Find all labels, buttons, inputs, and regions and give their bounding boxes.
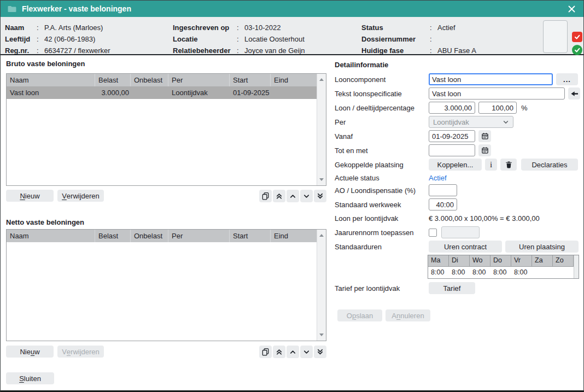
- cell-naam: Vast loon: [7, 86, 95, 99]
- day-header: Za: [532, 255, 553, 267]
- day-hours[interactable]: [553, 267, 574, 278]
- tot-en-met-calendar-icon[interactable]: [478, 144, 491, 156]
- trash-icon[interactable]: [500, 159, 517, 171]
- jaarurennorm-checkbox[interactable]: [429, 229, 437, 237]
- loon-input[interactable]: [429, 102, 475, 114]
- netto-row-tools: [259, 346, 326, 358]
- move-bottom-icon[interactable]: [314, 190, 326, 202]
- copy-icon[interactable]: [259, 190, 272, 202]
- annuleren-button[interactable]: Annuleren: [386, 309, 430, 321]
- day-hours[interactable]: 8:00: [490, 267, 511, 278]
- vanaf-row: Vanaf: [335, 130, 491, 142]
- move-top-icon[interactable]: [273, 190, 285, 202]
- day-header: Di: [449, 255, 470, 267]
- photo-placeholder[interactable]: [543, 20, 568, 53]
- column-header-start[interactable]: Start: [230, 74, 271, 86]
- colon: :: [237, 46, 244, 55]
- scroll-down-icon[interactable]: [319, 178, 324, 181]
- tekst-loonspecificatie-row: Tekst loonspecificatie: [335, 87, 580, 100]
- move-bottom-icon[interactable]: [314, 346, 326, 358]
- uren-contract-button[interactable]: Uren contract: [429, 241, 502, 253]
- column-header-naam[interactable]: Naam: [7, 230, 95, 242]
- column-header-start[interactable]: Start: [230, 230, 271, 242]
- tekst-loonspecificatie-input[interactable]: [429, 87, 565, 100]
- ao-loondispensatie-input[interactable]: [429, 184, 457, 196]
- day-hours[interactable]: 8:00: [449, 267, 470, 278]
- day-hours[interactable]: 8:00: [470, 267, 490, 278]
- netto-table-scrollbar[interactable]: [317, 230, 326, 341]
- actuele-status-label: Actuele status: [335, 174, 429, 182]
- column-header-per[interactable]: Per: [168, 230, 230, 242]
- looncomponent-input[interactable]: [429, 73, 553, 85]
- close-icon[interactable]: [566, 3, 577, 14]
- day-hours[interactable]: 8:00: [511, 267, 532, 278]
- percent-suffix: %: [521, 104, 528, 112]
- jaarurennorm-input[interactable]: [441, 226, 480, 238]
- loon-deeltijd-label: Loon / deeltijdpercentage: [335, 104, 429, 112]
- bruto-table-scrollbar[interactable]: [317, 74, 326, 185]
- move-top-icon[interactable]: [273, 346, 285, 358]
- per-row: Per Loontijdvak: [335, 116, 513, 128]
- scroll-down-icon[interactable]: [319, 334, 324, 336]
- day-header: Wo: [470, 255, 490, 267]
- revert-arrow-left-icon[interactable]: [568, 87, 580, 100]
- standaard-werkweek-input[interactable]: [429, 198, 457, 210]
- column-header-onbelast[interactable]: Onbelast: [131, 74, 168, 86]
- status-value: Actief: [437, 24, 476, 32]
- vanaf-input[interactable]: [429, 130, 475, 142]
- column-header-belast[interactable]: Belast: [95, 230, 131, 242]
- bruto-nieuw-button[interactable]: Nieuw: [6, 190, 54, 202]
- colon: :: [430, 35, 437, 43]
- copy-icon[interactable]: [259, 346, 272, 358]
- naam-value: P.A. Arts (Marloes): [44, 24, 110, 32]
- column-header-eind[interactable]: Eind: [271, 74, 317, 86]
- move-down-icon[interactable]: [300, 190, 313, 202]
- tarief-button[interactable]: Tarief: [429, 282, 475, 294]
- deeltijdpercentage-input[interactable]: [478, 102, 517, 114]
- info-icon[interactable]: i: [485, 159, 497, 171]
- leeftijd-value: 42 (06-06-1983): [44, 35, 110, 43]
- field-label: Naam: [5, 24, 37, 32]
- gekoppelde-plaatsing-label: Gekoppelde plaatsing: [335, 161, 429, 169]
- column-header-per[interactable]: Per: [168, 74, 230, 86]
- flexwerker-window: Flexwerker - vaste beloningen Naam:P.A. …: [0, 0, 584, 392]
- locatie-value: Locatie Oosterhout: [244, 35, 305, 43]
- tot-en-met-input[interactable]: [429, 144, 475, 156]
- move-up-icon[interactable]: [287, 346, 299, 358]
- red-check-icon[interactable]: [572, 32, 582, 42]
- vanaf-calendar-icon[interactable]: [478, 130, 491, 142]
- netto-table-header: Naam Belast Onbelast Per Start Eind: [7, 230, 326, 242]
- huidige-fase-value: ABU Fase A: [437, 46, 476, 55]
- colon: :: [237, 35, 244, 43]
- column-header-belast[interactable]: Belast: [95, 74, 131, 86]
- scroll-up-icon[interactable]: [319, 234, 324, 237]
- actuele-status-row: Actuele status Actief: [335, 173, 447, 182]
- netto-nieuw-button[interactable]: Nieuw: [6, 346, 54, 358]
- column-header-eind[interactable]: Eind: [271, 230, 317, 242]
- cell-eind: [271, 86, 317, 99]
- day-hours[interactable]: [532, 267, 553, 278]
- move-up-icon[interactable]: [287, 190, 299, 202]
- tekst-loonspecificatie-label: Tekst loonspecificatie: [335, 90, 429, 98]
- day-hours[interactable]: 8:00: [428, 267, 449, 278]
- opslaan-button[interactable]: Opslaan: [337, 309, 382, 321]
- sluiten-button[interactable]: Sluiten: [6, 372, 54, 384]
- column-header-onbelast[interactable]: Onbelast: [131, 230, 168, 242]
- actuele-status-link[interactable]: Actief: [429, 174, 447, 182]
- declaraties-button[interactable]: Declaraties: [521, 159, 578, 171]
- netto-verwijderen-button[interactable]: Verwijderen: [57, 346, 104, 358]
- looncomponent-more-button[interactable]: ...: [556, 73, 578, 85]
- bruto-verwijderen-button[interactable]: Verwijderen: [57, 190, 104, 202]
- scroll-up-icon[interactable]: [319, 78, 324, 81]
- green-check-icon[interactable]: [572, 45, 582, 55]
- week-table-scrollbar[interactable]: [574, 255, 579, 278]
- vanaf-label: Vanaf: [335, 132, 429, 141]
- koppelen-button[interactable]: Koppelen...: [429, 159, 482, 171]
- per-select[interactable]: Loontijdvak: [429, 116, 513, 128]
- employee-header: Naam:P.A. Arts (Marloes) Leeftijd:42 (06…: [1, 17, 583, 55]
- column-header-naam[interactable]: Naam: [7, 74, 95, 86]
- uren-plaatsing-button[interactable]: Uren plaatsing: [505, 241, 579, 253]
- day-header: Vr: [511, 255, 532, 267]
- move-down-icon[interactable]: [300, 346, 313, 358]
- table-row-selected[interactable]: Vast loon 3.000,00 Loontijdvak 01-09-202…: [7, 86, 317, 99]
